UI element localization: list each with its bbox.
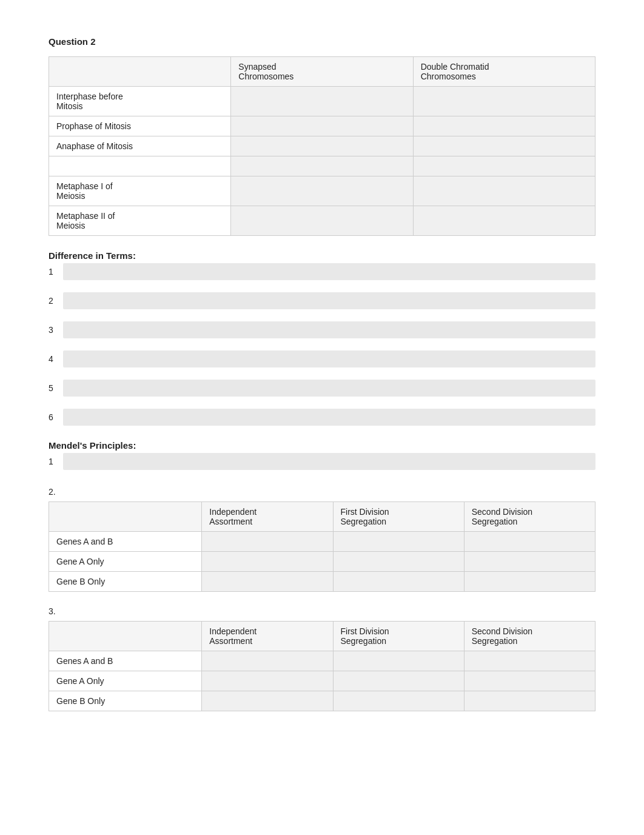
mendel-section: Mendel's Principles: 1 2. IndependentAss… [49, 440, 595, 711]
answer-input-3[interactable] [63, 321, 595, 338]
cell-empty [464, 651, 595, 671]
row-label-metaphase1: Metaphase I ofMeiosis [49, 176, 231, 206]
meiosis-col-header-independent: IndependentAssortment [202, 502, 333, 532]
cell-empty [202, 651, 333, 671]
meiosis-col-header-first: First DivisionSegregation [333, 502, 464, 532]
difference-line-4: 4 [49, 350, 595, 367]
difference-heading: Difference in Terms: [49, 250, 595, 261]
meiosis-table-2-wrap: IndependentAssortment First DivisionSegr… [49, 621, 595, 711]
row-label-anaphase: Anaphase of Mitosis [49, 136, 231, 156]
table-row: Anaphase of Mitosis [49, 136, 595, 156]
answer-input-5[interactable] [63, 380, 595, 397]
line-number-6: 6 [49, 412, 63, 422]
row-label-gene-b: Gene B Only [49, 572, 202, 592]
meiosis2-col-header-empty [49, 622, 202, 651]
meiosis-col-header-empty [49, 502, 202, 532]
table-row: Metaphase I ofMeiosis [49, 176, 595, 206]
table-row: Gene B Only [49, 572, 595, 592]
difference-line-6: 6 [49, 409, 595, 426]
meiosis-col-header-second: Second DivisionSegregation [464, 502, 595, 532]
col-header-double: Double ChromatidChromosomes [413, 57, 595, 87]
mendel-answer-1[interactable] [63, 453, 595, 470]
row-label-metaphase2: Metaphase II ofMeiosis [49, 206, 231, 236]
row-label-genes-ab: Genes A and B [49, 532, 202, 552]
row-label-genes-ab-2: Genes A and B [49, 651, 202, 671]
row-label-gene-a-2: Gene A Only [49, 671, 202, 691]
difference-section: Difference in Terms: 1 2 3 4 5 6 [49, 250, 595, 426]
meiosis2-col-header-first: First DivisionSegregation [333, 622, 464, 651]
table-row: Gene A Only [49, 671, 595, 691]
cell-empty [333, 691, 464, 711]
answer-input-6[interactable] [63, 409, 595, 426]
row-label-gene-a: Gene A Only [49, 552, 202, 572]
table-row-spacer [49, 156, 595, 176]
question-title: Question 2 [49, 36, 595, 47]
answer-input-2[interactable] [63, 292, 595, 309]
cell-empty [333, 572, 464, 592]
col-header-synapsed: SynapsedChromosomes [231, 57, 413, 87]
meiosis2-col-header-second: Second DivisionSegregation [464, 622, 595, 651]
line-number-2: 2 [49, 296, 63, 306]
cell-empty [231, 116, 413, 136]
table-row: Prophase of Mitosis [49, 116, 595, 136]
line-number-3: 3 [49, 325, 63, 335]
cell-empty [413, 206, 595, 236]
mendel-label-3: 3. [49, 606, 595, 616]
table-row: Metaphase II ofMeiosis [49, 206, 595, 236]
cell-empty [333, 532, 464, 552]
cell-empty [413, 176, 595, 206]
line-number-1: 1 [49, 267, 63, 277]
cell-empty [231, 136, 413, 156]
cell-empty [464, 572, 595, 592]
row-label-gene-b-2: Gene B Only [49, 691, 202, 711]
cell-empty [464, 691, 595, 711]
meiosis-table-2: IndependentAssortment First DivisionSegr… [49, 621, 595, 711]
cell-empty [202, 572, 333, 592]
cell-empty [202, 691, 333, 711]
row-label-interphase: Interphase beforeMitosis [49, 87, 231, 116]
table-row: Gene B Only [49, 691, 595, 711]
cell-empty [231, 176, 413, 206]
cell-empty [464, 671, 595, 691]
mendel-num-1: 1 [49, 457, 63, 466]
difference-line-1: 1 [49, 263, 595, 280]
line-number-4: 4 [49, 354, 63, 364]
meiosis2-col-header-independent: IndependentAssortment [202, 622, 333, 651]
difference-line-5: 5 [49, 380, 595, 397]
answer-input-4[interactable] [63, 350, 595, 367]
answer-input-1[interactable] [63, 263, 595, 280]
cell-empty [231, 156, 413, 176]
meiosis-table-1-wrap: IndependentAssortment First DivisionSegr… [49, 501, 595, 592]
table-row: Genes A and B [49, 651, 595, 671]
row-label-prophase: Prophase of Mitosis [49, 116, 231, 136]
mendel-item-1: 1 [49, 453, 595, 470]
cell-empty [413, 136, 595, 156]
mendel-label-2: 2. [49, 487, 595, 497]
difference-line-3: 3 [49, 321, 595, 338]
cell-empty [202, 552, 333, 572]
col-header-empty [49, 57, 231, 87]
cell-empty [333, 552, 464, 572]
cell-empty [202, 671, 333, 691]
cell-empty [413, 116, 595, 136]
cell-empty [413, 156, 595, 176]
cell-empty [231, 206, 413, 236]
row-label-spacer [49, 156, 231, 176]
cell-empty [333, 671, 464, 691]
meiosis-table-1: IndependentAssortment First DivisionSegr… [49, 501, 595, 592]
table-row: Gene A Only [49, 552, 595, 572]
cell-empty [413, 87, 595, 116]
cell-empty [333, 651, 464, 671]
mendel-heading: Mendel's Principles: [49, 440, 595, 451]
cell-empty [464, 552, 595, 572]
cell-empty [464, 532, 595, 552]
cell-empty [231, 87, 413, 116]
chromosomes-table: SynapsedChromosomes Double ChromatidChro… [49, 56, 595, 236]
cell-empty [202, 532, 333, 552]
table-row: Genes A and B [49, 532, 595, 552]
table-row: Interphase beforeMitosis [49, 87, 595, 116]
line-number-5: 5 [49, 383, 63, 393]
difference-line-2: 2 [49, 292, 595, 309]
